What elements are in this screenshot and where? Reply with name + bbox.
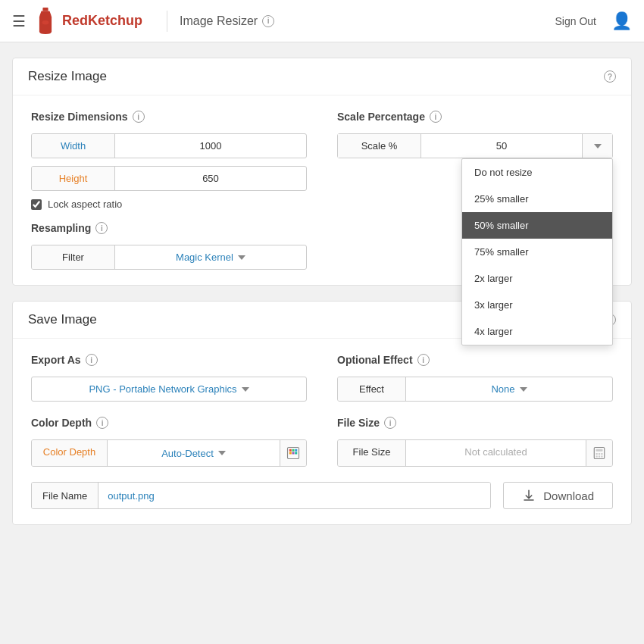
file-size-field-label: File Size (338, 440, 406, 466)
svg-rect-12 (599, 453, 600, 455)
height-input[interactable] (126, 173, 295, 184)
user-icon[interactable]: 👤 (611, 11, 632, 31)
svg-rect-14 (596, 455, 598, 457)
optional-effect-info-icon[interactable]: i (417, 354, 430, 366)
svg-rect-15 (599, 455, 600, 457)
svg-rect-16 (601, 455, 602, 457)
export-effect-row: Export As i PNG - Portable Network Graph… (31, 354, 613, 402)
export-as-label: Export As (31, 354, 81, 366)
svg-rect-10 (596, 449, 603, 452)
file-size-row: File Size Not calculated (337, 439, 613, 467)
height-row: Height (31, 166, 307, 191)
color-depth-info-icon[interactable]: i (96, 417, 108, 429)
svg-rect-3 (289, 449, 292, 452)
file-size-label: File Size (337, 417, 380, 429)
color-depth-icon-cell[interactable] (280, 440, 306, 466)
download-button[interactable]: Download (503, 482, 613, 509)
color-depth-label: Color Depth (31, 417, 92, 429)
svg-point-1 (42, 20, 49, 24)
scale-label-area: Scale Percentage i (337, 111, 613, 123)
filter-value[interactable]: Magic Kernel (115, 245, 306, 269)
filter-row: Filter Magic Kernel (31, 245, 307, 270)
dropdown-item-25-smaller[interactable]: 25% smaller (462, 186, 612, 212)
effect-value[interactable]: None (406, 377, 612, 401)
width-value[interactable] (115, 134, 306, 158)
export-as-info-icon[interactable]: i (86, 354, 98, 366)
resize-card-info-icon[interactable]: ? (604, 70, 616, 83)
save-card-title: Save Image (28, 312, 97, 327)
lock-ratio-row: Lock aspect ratio (31, 199, 307, 210)
scale-chevron-icon (594, 144, 602, 148)
optional-effect-label-area: Optional Effect i (337, 354, 613, 366)
filename-input[interactable] (98, 483, 490, 508)
main-content: Resize Image ? Resize Dimensions i Width (0, 42, 644, 555)
calculator-icon-cell[interactable] (586, 440, 612, 466)
color-depth-chevron-icon (218, 451, 226, 455)
svg-rect-4 (292, 449, 295, 452)
sign-out-button[interactable]: Sign Out (555, 15, 596, 27)
export-format-chevron-icon (242, 387, 249, 392)
dropdown-item-do-not-resize[interactable]: Do not resize (462, 159, 612, 186)
color-depth-section: Color Depth i Color Depth Auto-Detect (31, 417, 307, 467)
dimensions-section: Resize Dimensions i Width Height (31, 111, 307, 270)
header-divider (167, 11, 167, 32)
svg-rect-11 (596, 453, 598, 455)
dimensions-label-area: Resize Dimensions i (31, 111, 307, 123)
scale-info-icon[interactable]: i (430, 111, 442, 123)
color-depth-row: Color Depth Auto-Detect (31, 439, 307, 467)
color-depth-value[interactable]: Auto-Detect (108, 440, 280, 466)
scale-value: 50 (421, 134, 582, 158)
calculator-icon (592, 446, 606, 460)
export-format-text: PNG - Portable Network Graphics (89, 383, 236, 395)
resize-two-col: Resize Dimensions i Width Height (31, 111, 613, 270)
resampling-info-icon[interactable]: i (95, 222, 108, 234)
resize-card-header: Resize Image ? (13, 58, 631, 95)
resampling-label: Resampling (31, 222, 91, 234)
resampling-section: Resampling i Filter Magic Kernel (31, 222, 307, 270)
export-format-row[interactable]: PNG - Portable Network Graphics (31, 377, 307, 402)
app-header: ☰ RedKetchup Image Resizer i Sign Out 👤 (0, 0, 644, 42)
dropdown-item-3x-larger[interactable]: 3x larger (462, 292, 612, 318)
dropdown-item-4x-larger[interactable]: 4x larger (462, 318, 612, 345)
scale-row: Scale % 50 (337, 133, 613, 158)
effect-label: Effect (338, 377, 406, 401)
resize-card-body: Resize Dimensions i Width Height (13, 95, 631, 285)
download-label: Download (543, 489, 594, 502)
file-size-value: Not calculated (406, 440, 586, 466)
height-value[interactable] (115, 167, 306, 190)
scale-dropdown-container: Scale % 50 Do not resize 25% smaller 50%… (337, 133, 613, 158)
scale-dropdown-button[interactable] (582, 134, 612, 158)
resize-card-title: Resize Image (28, 69, 107, 84)
svg-rect-13 (601, 453, 602, 455)
export-format-value[interactable]: PNG - Portable Network Graphics (32, 377, 306, 401)
svg-rect-7 (292, 452, 295, 455)
effect-chevron-icon (520, 387, 527, 392)
logo: RedKetchup (35, 8, 142, 35)
dropdown-item-75-smaller[interactable]: 75% smaller (462, 239, 612, 265)
dimensions-info-icon[interactable]: i (133, 111, 145, 123)
scale-section: Scale Percentage i Scale % 50 (337, 111, 613, 270)
width-row: Width (31, 133, 307, 158)
dropdown-item-50-smaller[interactable]: 50% smaller (462, 212, 612, 239)
scale-dropdown-menu: Do not resize 25% smaller 50% smaller 75… (461, 158, 613, 345)
svg-rect-5 (295, 449, 297, 452)
width-input[interactable] (126, 140, 295, 152)
menu-icon[interactable]: ☰ (12, 12, 26, 30)
app-title-info-icon[interactable]: i (262, 15, 274, 27)
file-size-label-area: File Size i (337, 417, 613, 429)
resampling-label-area: Resampling i (31, 222, 307, 234)
dropdown-item-2x-larger[interactable]: 2x larger (462, 265, 612, 292)
effect-row: Effect None (337, 377, 613, 402)
optional-effect-label: Optional Effect (337, 354, 413, 366)
color-depth-value-text: Auto-Detect (161, 448, 214, 459)
resize-image-card: Resize Image ? Resize Dimensions i Width (12, 58, 632, 286)
svg-rect-0 (42, 8, 48, 11)
export-as-section: Export As i PNG - Portable Network Graph… (31, 354, 307, 402)
file-size-info-icon[interactable]: i (384, 417, 396, 429)
dimensions-label: Resize Dimensions (31, 111, 128, 123)
scale-percent-label: Scale % (338, 134, 421, 158)
svg-rect-8 (295, 452, 297, 455)
lock-ratio-checkbox[interactable] (31, 199, 42, 210)
bottle-icon (35, 8, 56, 35)
file-size-section: File Size i File Size Not calculated (337, 417, 613, 467)
